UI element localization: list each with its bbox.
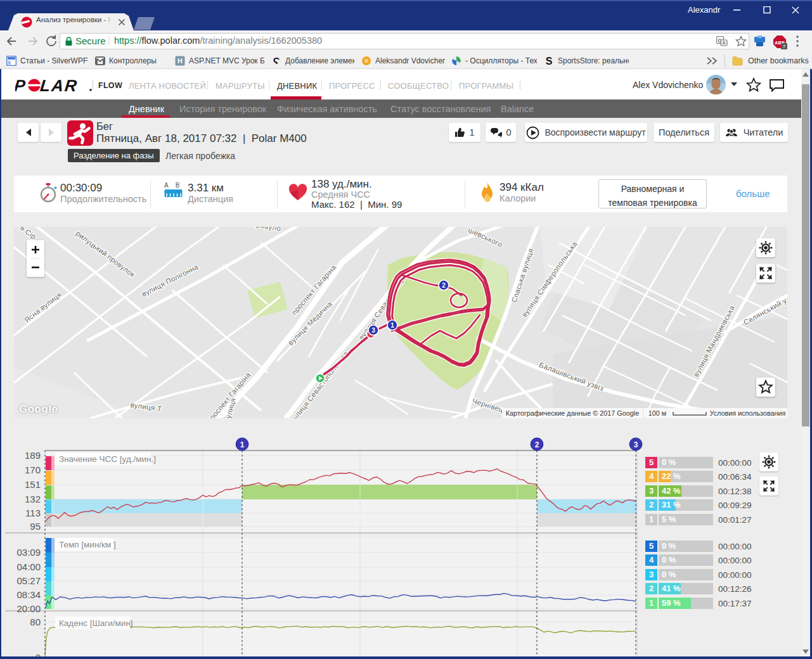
- svg-text:7: 7: [783, 44, 786, 49]
- svg-text:2: 2: [442, 282, 446, 289]
- svg-text:Темп [мин/км ]: Темп [мин/км ]: [59, 540, 116, 549]
- svg-text:Каденс [Шаги/мин]: Каденс [Шаги/мин]: [59, 618, 133, 628]
- svg-text:3: 3: [371, 327, 375, 334]
- svg-text:3: 3: [634, 440, 638, 449]
- svg-text:1: 1: [390, 322, 394, 329]
- svg-text:H: H: [177, 57, 183, 65]
- svg-text:S: S: [546, 56, 553, 66]
- svg-text:2: 2: [535, 440, 539, 449]
- svg-text:Значение ЧСС [уд./мин.]: Значение ЧСС [уд./мин.]: [59, 454, 156, 464]
- svg-text:1: 1: [240, 440, 245, 449]
- svg-text:LAR: LAR: [39, 77, 79, 93]
- svg-text:Ϛ: Ϛ: [273, 56, 280, 66]
- svg-text:P: P: [15, 77, 27, 93]
